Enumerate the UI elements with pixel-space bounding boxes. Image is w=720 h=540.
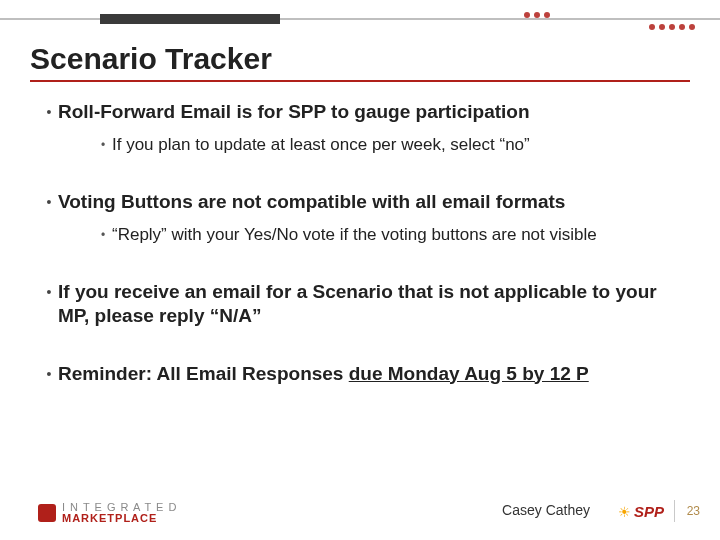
bullet-4-text: Reminder: All Email Responses due Monday… — [58, 362, 680, 386]
bullet-4-underline: due Monday Aug 5 by 12 P — [349, 363, 589, 384]
bullet-3: • If you receive an email for a Scenario… — [40, 280, 680, 328]
gear-icon — [38, 504, 56, 522]
bullet-2: • Voting Buttons are not compatible with… — [40, 190, 680, 214]
bullet-1-sub: • If you plan to update at least once pe… — [94, 134, 680, 156]
bullet-1-sub-text: If you plan to update at least once per … — [112, 134, 680, 155]
bullet-4-pre: Reminder: All Email Responses — [58, 363, 349, 384]
bullet-1-text: Roll-Forward Email is for SPP to gauge p… — [58, 100, 680, 124]
top-decor — [0, 0, 720, 28]
spp-logo: ☀ SPP — [618, 503, 664, 520]
bullet-dot-icon: • — [40, 280, 58, 304]
logo-line2: MARKETPLACE — [62, 513, 177, 524]
page-number: 23 — [687, 504, 700, 518]
bullet-dot-icon: • — [94, 224, 112, 246]
circles-icon — [524, 12, 550, 18]
bullet-2-sub: • “Reply” with your Yes/No vote if the v… — [94, 224, 680, 246]
top-dark-segment — [100, 14, 280, 24]
presenter-name: Casey Cathey — [502, 502, 590, 518]
bullet-2-sub-text: “Reply” with your Yes/No vote if the vot… — [112, 224, 680, 245]
circles-icon — [649, 24, 695, 30]
integrated-marketplace-logo: I N T E G R A T E D MARKETPLACE — [38, 502, 177, 524]
bullet-dot-icon: • — [40, 190, 58, 214]
content-area: • Roll-Forward Email is for SPP to gauge… — [0, 94, 720, 480]
bullet-dot-icon: • — [94, 134, 112, 156]
bullet-dot-icon: • — [40, 100, 58, 124]
footer-divider — [674, 500, 675, 522]
sun-icon: ☀ — [618, 504, 631, 520]
bullet-3-text: If you receive an email for a Scenario t… — [58, 280, 680, 328]
spp-text: SPP — [634, 503, 664, 520]
logo-text: I N T E G R A T E D MARKETPLACE — [62, 502, 177, 524]
bullet-1: • Roll-Forward Email is for SPP to gauge… — [40, 100, 680, 124]
slide-title: Scenario Tracker — [30, 42, 272, 76]
bullet-4: • Reminder: All Email Responses due Mond… — [40, 362, 680, 386]
slide: Scenario Tracker • Roll-Forward Email is… — [0, 0, 720, 540]
title-underline — [30, 80, 690, 82]
bullet-2-text: Voting Buttons are not compatible with a… — [58, 190, 680, 214]
footer: I N T E G R A T E D MARKETPLACE Casey Ca… — [0, 492, 720, 528]
bullet-dot-icon: • — [40, 362, 58, 386]
